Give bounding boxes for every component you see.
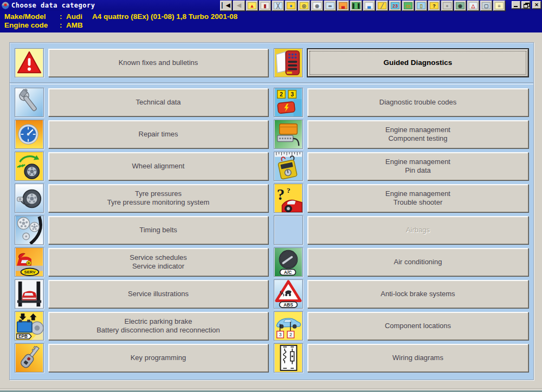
wheel-alignment-icon — [15, 152, 44, 181]
toolbar-trouble-shooter-button[interactable]: ? — [428, 1, 440, 11]
air-conditioning-icon: ◉ — [456, 2, 464, 9]
application-window: Choose data category ▏◀◀▲▮╳●◎◉∞▄▌▐▄╱23▭▯… — [0, 0, 542, 392]
toolbar-bulletins-button[interactable]: ▮ — [259, 1, 271, 11]
gauge-icon — [15, 120, 44, 149]
category-button-timing-belts[interactable]: Timing belts — [48, 216, 268, 244]
toolbar-airbags-button[interactable]: ● — [441, 1, 453, 11]
category-button-engine-trouble-shooter[interactable]: Engine managementTrouble shooter — [307, 184, 528, 212]
warning-triangle-icon — [15, 48, 44, 77]
category-label: Airbags — [406, 226, 430, 234]
toolbar-nav-back-button[interactable]: ◀ — [233, 1, 245, 11]
svg-text:2: 2 — [280, 91, 283, 97]
toolbar-component-testing-button[interactable]: ▭ — [402, 1, 414, 11]
make-model-colon: : — [60, 12, 66, 21]
category-label: Service indicator — [132, 262, 184, 271]
category-label: Wiring diagrams — [392, 354, 443, 362]
category-button-wheel-alignment[interactable]: Wheel alignment — [48, 152, 268, 180]
category-row: Wheel alignmentEngine managementPin data — [15, 152, 528, 181]
wheel-alignment-icon: ◎ — [300, 2, 308, 9]
category-label: Air conditioning — [394, 258, 442, 266]
category-button-known-fixes[interactable]: Known fixes and bulletins — [48, 49, 268, 77]
abs-icon: △ — [469, 2, 478, 9]
toolbar-air-conditioning-button[interactable]: ◉ — [454, 1, 466, 11]
category-button-service-schedules[interactable]: Service schedulesService indicator — [48, 248, 268, 276]
toolbar-wheel-alignment-button[interactable]: ◎ — [298, 1, 310, 11]
question-car-icon: ?? — [274, 184, 303, 213]
toolbar-component-locations-button[interactable]: ▢ — [480, 1, 492, 11]
category-button-technical-data[interactable]: Technical data — [48, 88, 268, 116]
category-panel: Known fixes and bulletinsGuided Diagnost… — [9, 42, 534, 380]
category-label: Engine management — [385, 158, 450, 166]
engine-code-label: Engine code — [4, 21, 60, 30]
toolbar-technical-data-button[interactable]: ╳ — [272, 1, 284, 11]
wiring-diagram-icon — [274, 343, 303, 373]
category-row: SERVService schedulesService indicatorA/… — [15, 247, 528, 277]
close-button[interactable]: ✕ — [532, 1, 541, 9]
window-controls: ✕ — [511, 1, 541, 9]
category-button-key-programming[interactable]: Key programming — [48, 344, 268, 372]
toolbar-wiring-diagrams-button[interactable]: ≡ — [493, 1, 505, 11]
tyre-pressure-icon — [15, 184, 44, 213]
toolbar-pin-data-button[interactable]: ▯ — [415, 1, 427, 11]
toolbar-known-fixes-button[interactable]: ▲ — [246, 1, 258, 11]
category-button-electric-parking-brake[interactable]: Electric parking brakeBattery disconnect… — [48, 312, 268, 340]
app-logo-icon — [1, 1, 10, 10]
svg-text:EPB: EPB — [18, 334, 28, 339]
svg-text:3: 3 — [291, 91, 294, 97]
multimeter-icon — [274, 152, 303, 181]
toolbar-trouble-codes-button[interactable]: 23 — [389, 1, 401, 11]
category-group-top: Known fixes and bulletinsGuided Diagnost… — [10, 43, 533, 77]
category-label: Component locations — [385, 322, 451, 330]
category-row: Technical data23Diagnostic trouble codes — [15, 88, 528, 117]
airbags-icon: ● — [443, 2, 451, 9]
toolbar-key-programming-button[interactable]: ╱ — [376, 1, 388, 11]
wiring-diagrams-icon: ≡ — [495, 2, 504, 9]
category-button-engine-component-testing[interactable]: Engine managementComponent testing — [307, 120, 528, 148]
category-button-repair-times[interactable]: Repair times — [48, 120, 268, 148]
repair-times-icon: ● — [287, 2, 295, 9]
technical-data-icon: ╳ — [274, 2, 282, 9]
category-button-diagnostic-trouble-codes[interactable]: Diagnostic trouble codes — [307, 88, 528, 116]
toolbar-abs-button[interactable]: △ — [467, 1, 479, 11]
category-button-guided-diagnostics[interactable]: Guided Diagnostics — [307, 49, 528, 77]
category-button-airbags[interactable]: Airbags — [307, 216, 528, 244]
component-testing-icon: ▭ — [404, 2, 412, 9]
svg-text:?: ? — [277, 186, 285, 203]
category-label: Electric parking brake — [125, 317, 192, 326]
restore-button[interactable] — [521, 1, 530, 9]
category-button-anti-lock-brake-systems[interactable]: Anti-lock brake systems — [307, 280, 528, 308]
engine-code-colon: : — [60, 21, 66, 30]
category-button-engine-pin-data[interactable]: Engine managementPin data — [307, 152, 528, 180]
service-illustrations-icon: ▌▐ — [352, 2, 360, 9]
electric-parking-brake-icon: ▄ — [365, 2, 373, 9]
minimize-button[interactable] — [512, 1, 520, 9]
category-label: Diagnostic trouble codes — [379, 98, 456, 107]
category-row: Service illustrationsABSAnti-lock brake … — [15, 279, 528, 309]
toolbar-service-illustrations-button[interactable]: ▌▐ — [350, 1, 362, 11]
toolbar-electric-parking-brake-button[interactable]: ▄ — [363, 1, 375, 11]
nav-back-icon: ◀ — [235, 2, 243, 9]
category-label: Repair times — [139, 130, 178, 139]
category-button-air-conditioning[interactable]: Air conditioning — [307, 248, 528, 276]
engine-code-row: Engine code : AMB — [4, 21, 542, 30]
category-button-service-illustrations[interactable]: Service illustrations — [48, 280, 268, 308]
toolbar-nav-first-button[interactable]: ▏◀ — [220, 1, 232, 11]
abs-sign-icon: ABS — [274, 279, 303, 309]
toolbar-service-schedules-button[interactable]: ▄ — [337, 1, 349, 11]
key-programming-icon: ╱ — [378, 2, 386, 9]
category-button-wiring-diagrams[interactable]: Wiring diagrams — [307, 344, 528, 372]
category-label: Service schedules — [130, 253, 187, 262]
vehicle-header: Make/Model : Audi A4 quattro (8Ex) (01-0… — [0, 11, 542, 32]
toolbar-timing-belts-button[interactable]: ∞ — [324, 1, 336, 11]
make-model-row: Make/Model : Audi A4 quattro (8Ex) (01-0… — [4, 12, 542, 21]
window-title: Choose data category — [11, 2, 95, 9]
svg-text:SERV: SERV — [24, 270, 36, 275]
toolbar: ▏◀◀▲▮╳●◎◉∞▄▌▐▄╱23▭▯?●◉△▢≡ — [220, 0, 506, 11]
category-label: Tyre pressures — [135, 190, 182, 198]
category-label: Anti-lock brake systems — [380, 290, 455, 298]
category-group-main: Technical data23Diagnostic trouble codes… — [10, 84, 533, 373]
category-button-tyre-pressures[interactable]: Tyre pressuresTyre pressure monitoring s… — [48, 184, 268, 212]
toolbar-repair-times-button[interactable]: ● — [285, 1, 297, 11]
toolbar-tyres-button[interactable]: ◉ — [311, 1, 323, 11]
category-button-component-locations[interactable]: Component locations — [307, 312, 528, 340]
